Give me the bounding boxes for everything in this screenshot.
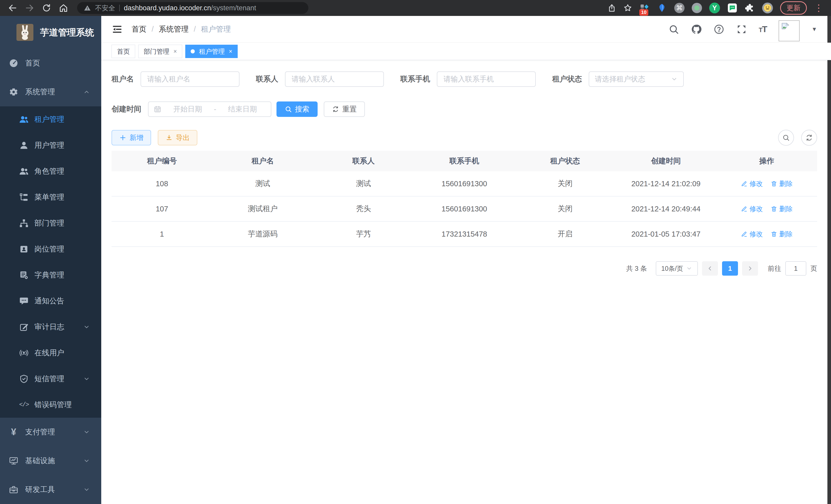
- page-size-select[interactable]: 10条/页: [656, 261, 698, 276]
- tab-tenant[interactable]: 租户管理 ×: [185, 45, 237, 58]
- sidebar-item-tenant[interactable]: 租户管理: [0, 106, 101, 132]
- delete-link[interactable]: 删除: [771, 179, 793, 188]
- extension-y-icon[interactable]: Y: [709, 3, 720, 13]
- add-button[interactable]: 新增: [112, 130, 151, 145]
- next-page-button[interactable]: [742, 261, 758, 276]
- goto-page-input[interactable]: [785, 261, 806, 276]
- breadcrumb: 首页 / 系统管理 / 租户管理: [132, 24, 231, 34]
- sidebar-item-dev-tools[interactable]: 研发工具: [0, 475, 101, 504]
- sidebar-item-infrastructure[interactable]: 基础设施: [0, 446, 101, 475]
- window-scrollbar-track[interactable]: [827, 16, 831, 504]
- sidebar-item-label: 通知公告: [34, 296, 64, 306]
- extension-badge: 10: [639, 9, 648, 16]
- tab-home[interactable]: 首页: [112, 45, 135, 58]
- sidebar-item-error-code[interactable]: </> 错误码管理: [0, 392, 101, 418]
- sidebar-item-menu[interactable]: 菜单管理: [0, 184, 101, 210]
- prev-page-button[interactable]: [702, 261, 718, 276]
- search-button[interactable]: 搜索: [277, 101, 318, 117]
- sidebar-item-label: 审计日志: [34, 322, 64, 332]
- contact-input[interactable]: [285, 71, 384, 87]
- sidebar-item-sms[interactable]: 短信管理: [0, 366, 101, 392]
- sidebar-item-home[interactable]: 首页: [0, 49, 101, 78]
- filter-create-time: 创建时间 开始日期 - 结束日期: [112, 101, 271, 117]
- main-area: 首页 / 系统管理 / 租户管理 TT ▼: [101, 16, 831, 504]
- end-date-placeholder: 结束日期: [220, 104, 266, 114]
- sidebar-item-post[interactable]: 岗位管理: [0, 236, 101, 262]
- delete-label: 删除: [779, 205, 793, 213]
- filter-contact: 联系人: [256, 71, 384, 87]
- update-button[interactable]: 更新: [780, 1, 807, 14]
- column-header: 租户名: [212, 156, 313, 166]
- refresh-button[interactable]: [801, 130, 817, 146]
- toggle-search-button[interactable]: [778, 130, 794, 146]
- edit-link[interactable]: 修改: [741, 230, 763, 239]
- help-icon[interactable]: [714, 24, 724, 35]
- refresh-icon: [805, 134, 813, 142]
- phone-input[interactable]: [437, 71, 536, 87]
- url-divider: [119, 5, 120, 11]
- chevron-down-icon: [83, 324, 90, 330]
- edit-link[interactable]: 修改: [741, 179, 763, 188]
- profile-avatar[interactable]: [762, 3, 773, 13]
- close-icon[interactable]: ×: [173, 48, 177, 55]
- app-logo-row[interactable]: 芋道管理系统: [0, 16, 101, 49]
- user-avatar[interactable]: [779, 20, 800, 41]
- breadcrumb-system[interactable]: 系统管理: [159, 24, 189, 34]
- sidebar-item-user[interactable]: 用户管理: [0, 132, 101, 158]
- github-icon[interactable]: [691, 24, 702, 35]
- sidebar-fold-icon[interactable]: [112, 24, 123, 35]
- cell-tenant-id: 1: [112, 230, 212, 238]
- delete-link[interactable]: 删除: [771, 230, 793, 239]
- close-icon[interactable]: ×: [229, 48, 232, 55]
- sidebar-item-role[interactable]: 角色管理: [0, 158, 101, 184]
- field-label: 租户名: [112, 74, 134, 84]
- delete-link[interactable]: 删除: [771, 205, 793, 213]
- url-bar[interactable]: 不安全 dashboard.yudao.iocoder.cn/system/te…: [77, 2, 308, 14]
- extension-chat-icon[interactable]: [727, 3, 738, 13]
- sidebar-item-system[interactable]: 系统管理: [0, 78, 101, 106]
- reload-icon[interactable]: [41, 3, 51, 13]
- page-number-button[interactable]: 1: [722, 261, 738, 276]
- warning-icon: [84, 4, 91, 11]
- extension-tabs-icon[interactable]: 10: [639, 3, 650, 13]
- extension-cmd-icon[interactable]: ⌘: [674, 3, 685, 13]
- cell-tenant-id: 107: [112, 205, 212, 213]
- users-icon: [19, 115, 29, 124]
- tab-dept[interactable]: 部门管理 ×: [138, 45, 182, 58]
- sidebar-item-audit-log[interactable]: 审计日志: [0, 314, 101, 340]
- breadcrumb-home[interactable]: 首页: [132, 24, 146, 34]
- sidebar-item-dept[interactable]: 部门管理: [0, 210, 101, 236]
- column-header: 租户编号: [112, 156, 212, 166]
- sidebar-item-label: 支付管理: [25, 427, 55, 437]
- bookmark-star-icon[interactable]: [623, 4, 632, 12]
- browser-menu-icon[interactable]: ⋮: [814, 3, 823, 12]
- reset-button[interactable]: 重置: [324, 101, 365, 117]
- date-range-picker[interactable]: 开始日期 - 结束日期: [148, 101, 271, 117]
- font-size-icon[interactable]: TT: [759, 24, 767, 34]
- export-button[interactable]: 导出: [158, 130, 197, 145]
- fullscreen-icon[interactable]: [736, 24, 747, 35]
- breadcrumb-separator: /: [152, 25, 154, 33]
- edit-link[interactable]: 修改: [741, 205, 763, 213]
- active-tab-dot: [191, 49, 195, 53]
- column-header: 创建时间: [615, 156, 716, 166]
- extensions-puzzle-icon[interactable]: [745, 3, 755, 13]
- avatar-caret-icon[interactable]: ▼: [811, 26, 817, 33]
- sidebar-item-dict[interactable]: 字典管理: [0, 262, 101, 288]
- sidebar-item-notice[interactable]: 通知公告: [0, 288, 101, 314]
- date-separator: -: [214, 105, 216, 113]
- tenant-name-input[interactable]: [141, 71, 239, 87]
- forward-icon[interactable]: [25, 3, 34, 13]
- search-icon[interactable]: [668, 24, 679, 35]
- security-label: 不安全: [95, 4, 115, 12]
- extension-kite-icon[interactable]: [657, 3, 667, 13]
- home-icon[interactable]: [59, 3, 68, 13]
- sidebar-item-payment[interactable]: ¥ 支付管理: [0, 418, 101, 446]
- back-icon[interactable]: [8, 3, 18, 13]
- share-icon[interactable]: [607, 4, 616, 12]
- sidebar-item-online-users[interactable]: 在线用户: [0, 340, 101, 366]
- cell-phone: 15601691300: [414, 205, 515, 213]
- status-select[interactable]: 请选择租户状态: [589, 71, 684, 87]
- extension-record-icon[interactable]: [692, 3, 702, 13]
- sidebar-item-label: 岗位管理: [34, 244, 64, 254]
